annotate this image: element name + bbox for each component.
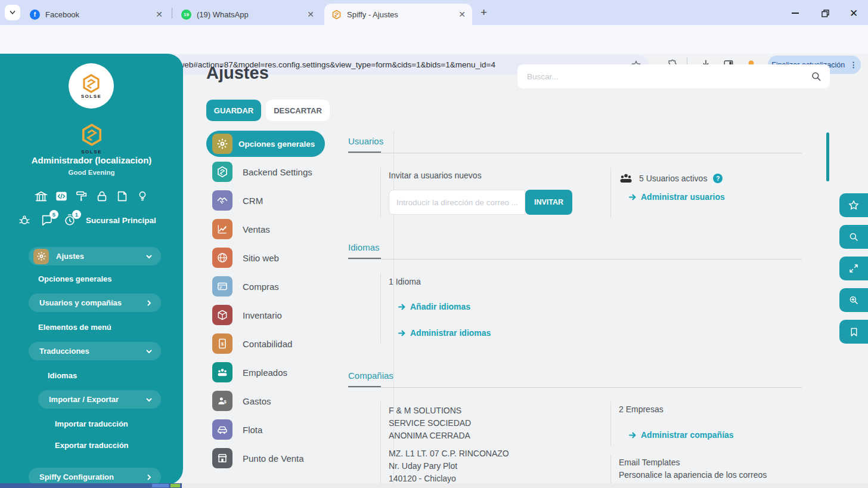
browser-toolbar: localizacion.solse.pe/web#action=87&mode…: [0, 25, 868, 54]
settings-gear-icon: [33, 249, 49, 264]
setting-box-border: [380, 401, 381, 484]
save-button[interactable]: GUARDAR: [206, 100, 261, 121]
invite-email-input[interactable]: [389, 190, 525, 215]
nav-item-label: Compras: [243, 282, 279, 292]
active-users-row: 5 Usuarios activos ?: [619, 171, 723, 186]
nav-item-punto-de-venta[interactable]: Punto de Venta: [212, 448, 367, 468]
reports-building-icon[interactable]: [35, 190, 48, 203]
company-name: F & M SOLUTIONS SERVICE SOCIEDAD ANONIMA…: [389, 404, 471, 442]
nav-item-ventas[interactable]: Ventas: [212, 219, 367, 239]
sidebar-item-importar-exportar[interactable]: Importar / Exportar: [38, 390, 161, 409]
nav-item-crm[interactable]: CRM: [212, 190, 367, 211]
nav-item-label: Opciones generales: [238, 140, 315, 149]
nav-item-contabilidad[interactable]: $ Contabilidad: [212, 333, 367, 354]
nav-item-empleados[interactable]: Empleados: [212, 362, 367, 382]
search-icon[interactable]: [811, 71, 822, 82]
scrollbar-thumb[interactable]: [826, 132, 829, 181]
help-icon[interactable]: ?: [713, 174, 723, 183]
tab-facebook[interactable]: f Facebook ✕: [23, 4, 169, 25]
nav-item-sitio-web[interactable]: Sitio web: [212, 248, 367, 268]
solse-logo-icon: [81, 73, 101, 94]
browser-tab-strip: f Facebook ✕ 19 (19) WhatsApp ✕ Spiffy -…: [0, 0, 868, 25]
window-minimize-button[interactable]: [788, 6, 802, 20]
window-restore-button[interactable]: [818, 6, 832, 20]
nav-item-backend-settings[interactable]: Backend Settings: [212, 162, 367, 182]
nav-item-label: Gastos: [243, 396, 271, 406]
email-templates-title: Email Templates: [619, 458, 680, 467]
new-tab-button[interactable]: +: [480, 6, 487, 19]
manage-languages-link[interactable]: Administrar idiomas: [398, 328, 491, 338]
email-templates-desc: Personalice la apariencia de los correos: [619, 470, 767, 480]
tab-close-icon[interactable]: ✕: [305, 10, 316, 19]
messages-icon[interactable]: 5: [41, 214, 54, 227]
favorites-fab[interactable]: [839, 193, 868, 217]
link-label: Añadir idiomas: [410, 302, 470, 311]
spiffy-favicon: [331, 10, 342, 20]
nav-item-label: Contabilidad: [243, 339, 292, 349]
user-name: Administrador (localizacion): [0, 155, 183, 165]
search-input[interactable]: [526, 72, 811, 82]
sidebar-item-label: Traducciones: [39, 347, 89, 356]
zoom-in-icon: [848, 295, 859, 305]
lock-icon[interactable]: [95, 190, 108, 203]
sidebar-item-usuarios-companias[interactable]: Usuarios y compañías: [29, 294, 161, 312]
search-box[interactable]: [517, 64, 830, 88]
paint-roller-icon[interactable]: [75, 190, 88, 203]
users-group-icon: [619, 171, 633, 186]
fullscreen-fab[interactable]: [839, 257, 868, 280]
sidebar-item-importar-traduccion[interactable]: Importar traducción: [55, 419, 128, 428]
chevron-down-icon: [145, 253, 153, 260]
sidebar-item-opciones-generales[interactable]: Opciones generales: [38, 274, 112, 283]
nav-item-compras[interactable]: Compras: [212, 276, 367, 296]
purchases-card-icon: [212, 276, 232, 296]
tab-close-icon[interactable]: ✕: [457, 10, 467, 19]
sidebar-item-exportar-traduccion[interactable]: Exportar traducción: [55, 441, 129, 450]
zoom-fab[interactable]: [839, 288, 868, 312]
user-avatar: SOLSE: [0, 123, 183, 155]
tab-close-icon[interactable]: ✕: [154, 10, 165, 19]
nav-item-gastos[interactable]: $ Gastos: [212, 391, 367, 411]
tab-divider: [172, 8, 172, 18]
chevron-right-icon: [145, 474, 153, 481]
desktop-peek: [170, 484, 180, 487]
search-fab[interactable]: [839, 225, 868, 249]
link-label: Administrar compañías: [641, 430, 734, 440]
brand-name: SOLSE: [0, 149, 183, 155]
activities-clock-icon[interactable]: 1: [63, 214, 76, 227]
nav-item-flota[interactable]: Flota: [212, 419, 367, 440]
sidebar-item-idiomas[interactable]: Idiomas: [48, 371, 77, 380]
discard-button[interactable]: DESCARTAR: [266, 100, 330, 121]
branch-selector[interactable]: Sucursal Principal: [86, 216, 156, 225]
chevron-down-icon: [145, 348, 153, 355]
sidebar-item-ajustes[interactable]: Ajustes: [29, 247, 161, 265]
brand-name: SOLSE: [81, 94, 102, 99]
sidebar-item-spiffy-configuration[interactable]: Spiffy Configuration: [29, 468, 161, 484]
sidebar-item-traducciones[interactable]: Traducciones: [29, 342, 161, 360]
tab-search-button[interactable]: [5, 5, 20, 20]
manage-users-link[interactable]: Administrar usuarios: [629, 192, 725, 202]
activities-badge: 1: [72, 210, 81, 219]
sidebar-item-label: Usuarios y compañías: [39, 298, 122, 307]
pos-store-icon: [212, 448, 232, 468]
section-rule: [348, 387, 802, 388]
invite-button[interactable]: INVITAR: [525, 190, 572, 215]
nav-item-inventario[interactable]: Inventario: [212, 305, 367, 325]
nav-item-opciones-generales[interactable]: Opciones generales: [206, 131, 325, 157]
bookmark-fab[interactable]: [839, 320, 868, 344]
tab-whatsapp[interactable]: 19 (19) WhatsApp ✕: [174, 4, 321, 25]
bookmark-icon: [849, 327, 859, 337]
debug-bug-icon[interactable]: [18, 214, 31, 227]
sidebar-item-elementos-de-menu[interactable]: Elementos de menú: [38, 323, 111, 332]
settings-page: Ajustes GUARDAR DESCARTAR Opciones gener…: [183, 54, 868, 484]
window-edge: [182, 483, 868, 488]
notes-icon[interactable]: [116, 190, 129, 203]
expenses-person-icon: $: [212, 391, 232, 411]
invite-users-label: Invitar a usuarios nuevos: [389, 171, 482, 180]
window-close-button[interactable]: ✕: [847, 6, 861, 20]
section-rule: [348, 259, 802, 260]
manage-companies-link[interactable]: Administrar compañías: [629, 430, 734, 440]
developer-code-icon[interactable]: [55, 190, 68, 203]
lightbulb-icon[interactable]: [136, 190, 149, 203]
add-languages-link[interactable]: Añadir idiomas: [398, 302, 470, 311]
tab-spiffy-active[interactable]: Spiffy - Ajustes ✕: [324, 4, 472, 25]
